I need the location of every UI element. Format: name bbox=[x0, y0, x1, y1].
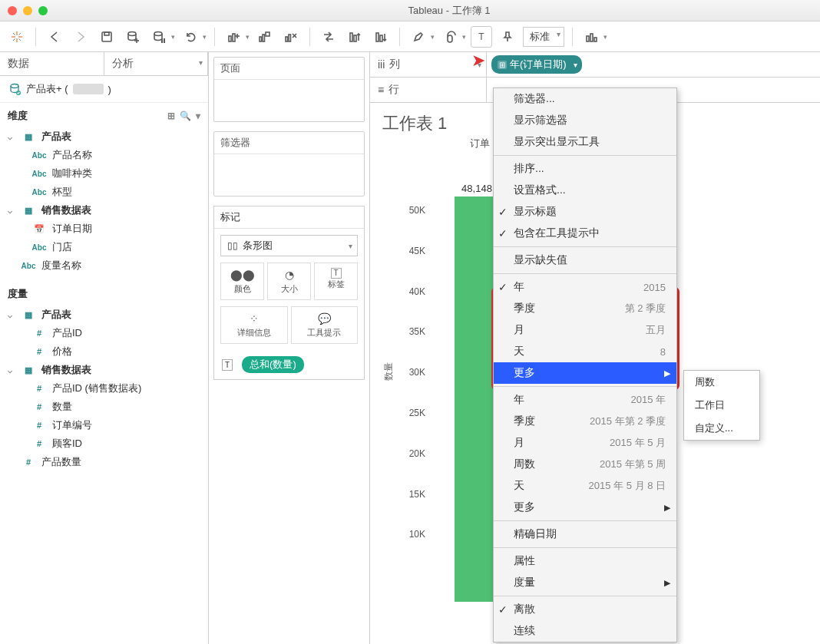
menu-sort[interactable]: 排序... bbox=[494, 158, 676, 180]
sort-desc-icon[interactable] bbox=[370, 26, 392, 48]
tooltip-shelf[interactable]: 💬工具提示 bbox=[291, 306, 359, 344]
menu-quarter[interactable]: 季度第 2 季度 bbox=[494, 298, 676, 319]
search-icon[interactable]: 🔍 bbox=[180, 111, 191, 121]
label-toggle-icon[interactable]: T bbox=[471, 26, 492, 48]
svg-rect-23 bbox=[286, 37, 288, 41]
svg-rect-29 bbox=[376, 33, 379, 41]
undo-icon[interactable] bbox=[180, 26, 201, 48]
fit-selector[interactable]: 标准 bbox=[523, 27, 564, 47]
dropdown-caret-icon[interactable]: ▾ bbox=[196, 111, 200, 121]
table-node[interactable]: ⌵▦产品表 bbox=[5, 305, 203, 324]
rows-shelf-label[interactable]: ≡ 行 bbox=[370, 78, 487, 102]
field-row[interactable]: #数量 bbox=[5, 398, 203, 416]
menu-attribute[interactable]: 属性 bbox=[494, 550, 676, 572]
field-row[interactable]: 📅订单日期 bbox=[5, 220, 203, 238]
menu-discrete[interactable]: ✓离散 bbox=[494, 599, 676, 620]
menu-measure[interactable]: 度量▶ bbox=[494, 572, 676, 593]
columns-shelf[interactable]: ⊞ 年(订单日期) bbox=[487, 52, 820, 77]
menu-intooltip[interactable]: ✓包含在工具提示中 bbox=[494, 223, 676, 244]
svg-rect-22 bbox=[266, 32, 269, 36]
menu-day-cont[interactable]: 天2015 年 5 月 8 日 bbox=[494, 475, 676, 497]
attach-icon[interactable] bbox=[439, 26, 461, 48]
field-row[interactable]: #价格 bbox=[5, 342, 203, 361]
dropdown-caret-icon[interactable]: ▾ bbox=[462, 33, 466, 41]
close-window-button[interactable] bbox=[8, 6, 17, 15]
highlight-icon[interactable] bbox=[408, 26, 429, 48]
menu-quarter-cont[interactable]: 季度2015 年第 2 季度 bbox=[494, 411, 676, 432]
menu-format[interactable]: 设置格式... bbox=[494, 180, 676, 201]
menu-showfilter[interactable]: 显示筛选器 bbox=[494, 110, 676, 131]
menu-month[interactable]: 月五月 bbox=[494, 319, 676, 341]
analysis-tab[interactable]: 分析▾ bbox=[104, 52, 209, 75]
field-row[interactable]: Abc门店 bbox=[5, 238, 203, 256]
pages-shelf[interactable]: 页面 bbox=[213, 57, 365, 122]
field-row[interactable]: #产品ID bbox=[5, 324, 203, 342]
tooltip-icon: 💬 bbox=[293, 312, 356, 325]
field-row[interactable]: Abc咖啡种类 bbox=[5, 164, 203, 183]
dropdown-caret-icon[interactable]: ▾ bbox=[431, 33, 435, 41]
detail-shelf[interactable]: ⁘详细信息 bbox=[220, 306, 288, 344]
dropdown-caret-icon[interactable]: ▾ bbox=[246, 33, 250, 41]
menu-exactdate[interactable]: 精确日期 bbox=[494, 523, 676, 545]
new-worksheet-icon[interactable] bbox=[223, 26, 244, 48]
menu-showheader[interactable]: ✓显示标题 bbox=[494, 201, 676, 223]
window-title: Tableau - 工作簿 1 bbox=[86, 4, 812, 18]
menu-filter[interactable]: 筛选器... bbox=[494, 88, 676, 110]
datasource-row[interactable]: 产品表+ ( ) bbox=[0, 76, 208, 103]
menu-continuous[interactable]: 连续 bbox=[494, 620, 676, 642]
menu-showmissing[interactable]: 显示缺失值 bbox=[494, 249, 676, 271]
show-me-icon[interactable] bbox=[580, 26, 602, 48]
field-row[interactable]: Abc杯型 bbox=[5, 183, 203, 201]
dropdown-caret-icon[interactable]: ▾ bbox=[171, 33, 175, 41]
swap-icon[interactable] bbox=[318, 26, 339, 48]
field-row[interactable]: #产品ID (销售数据表) bbox=[5, 379, 203, 398]
menu-year[interactable]: ✓年2015 bbox=[494, 276, 676, 298]
menu-day[interactable]: 天8 bbox=[494, 341, 676, 362]
field-row[interactable]: #产品数量 bbox=[5, 453, 203, 471]
dropdown-caret-icon[interactable]: ▾ bbox=[603, 33, 607, 41]
table-node[interactable]: ⌵▦销售数据表 bbox=[5, 201, 203, 220]
field-row[interactable]: #订单编号 bbox=[5, 416, 203, 434]
back-icon[interactable] bbox=[44, 26, 65, 48]
field-row[interactable]: Abc产品名称 bbox=[5, 146, 203, 164]
tableau-logo-icon[interactable] bbox=[6, 26, 28, 48]
data-tab[interactable]: 数据 bbox=[0, 52, 104, 75]
view-grid-icon[interactable]: ⊞ bbox=[167, 111, 175, 121]
submenu-weekday[interactable]: 工作日 bbox=[684, 394, 759, 417]
titlebar: Tableau - 工作簿 1 bbox=[0, 0, 820, 21]
mark-type-selector[interactable]: ▯▯ 条形图 bbox=[220, 235, 358, 256]
pause-updates-icon[interactable] bbox=[148, 26, 170, 48]
sort-asc-icon[interactable] bbox=[344, 26, 365, 48]
dimensions-header: 维度 bbox=[8, 109, 28, 123]
datasource-icon bbox=[8, 82, 21, 96]
field-row[interactable]: Abc度量名称 bbox=[5, 256, 203, 275]
menu-more[interactable]: 更多▶ bbox=[494, 362, 676, 384]
pin-icon[interactable] bbox=[497, 26, 518, 48]
new-datasource-icon[interactable] bbox=[122, 26, 144, 48]
columns-shelf-label[interactable]: iii 列 ▾ bbox=[370, 52, 487, 77]
save-icon[interactable] bbox=[96, 26, 117, 48]
duplicate-sheet-icon[interactable] bbox=[254, 26, 276, 48]
clear-sheet-icon[interactable] bbox=[280, 26, 302, 48]
svg-rect-16 bbox=[229, 36, 231, 41]
menu-more2[interactable]: 更多▶ bbox=[494, 497, 676, 518]
forward-icon[interactable] bbox=[70, 26, 91, 48]
dropdown-caret-icon[interactable]: ▾ bbox=[203, 33, 207, 41]
minimize-window-button[interactable] bbox=[23, 6, 32, 15]
menu-week-cont[interactable]: 周数2015 年第 5 周 bbox=[494, 454, 676, 475]
field-row[interactable]: #顾客ID bbox=[5, 434, 203, 453]
zoom-window-button[interactable] bbox=[38, 6, 48, 15]
color-shelf[interactable]: ⬤⬤颜色 bbox=[220, 263, 264, 300]
menu-month-cont[interactable]: 月2015 年 5 月 bbox=[494, 432, 676, 454]
label-shelf[interactable]: T标签 bbox=[314, 263, 358, 300]
table-node[interactable]: ⌵▦产品表 bbox=[5, 127, 203, 146]
filters-shelf[interactable]: 筛选器 bbox=[213, 131, 365, 197]
menu-year-cont[interactable]: 年2015 年 bbox=[494, 389, 676, 411]
sum-quantity-pill[interactable]: 总和(数量) bbox=[242, 356, 304, 373]
submenu-weeknum[interactable]: 周数 bbox=[684, 371, 759, 394]
menu-showhighlight[interactable]: 显示突出显示工具 bbox=[494, 131, 676, 153]
year-orderdate-pill[interactable]: ⊞ 年(订单日期) bbox=[491, 55, 582, 74]
table-node[interactable]: ⌵▦销售数据表 bbox=[5, 361, 203, 379]
submenu-custom[interactable]: 自定义... bbox=[684, 417, 759, 440]
size-shelf[interactable]: ◔大小 bbox=[267, 263, 311, 300]
